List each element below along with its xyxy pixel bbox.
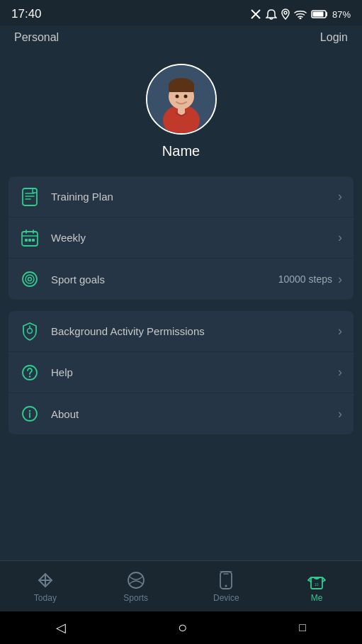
header: Personal Login <box>0 26 362 50</box>
home-button[interactable]: ○ <box>178 618 187 637</box>
bottom-nav: Today Sports Device <box>0 560 362 611</box>
menu-section-1: Training Plan › Weekly › S <box>9 176 353 300</box>
svg-point-1 <box>299 18 301 20</box>
nav-me[interactable]: 10 Me <box>271 570 362 603</box>
svg-point-24 <box>29 410 30 412</box>
svg-point-18 <box>26 275 34 283</box>
avatar-image <box>147 65 215 133</box>
svg-rect-9 <box>169 85 194 92</box>
sport-goals-item[interactable]: Sport goals 10000 steps › <box>9 259 353 300</box>
sports-icon <box>126 570 146 590</box>
training-plan-chevron: › <box>338 189 342 204</box>
sport-goals-label: Sport goals <box>51 273 278 286</box>
sport-goals-value: 10000 steps <box>278 273 332 285</box>
svg-text:10: 10 <box>315 582 319 587</box>
svg-rect-15 <box>28 239 31 242</box>
device-icon <box>216 570 236 590</box>
svg-rect-16 <box>32 239 35 242</box>
system-nav: ◁ ○ □ <box>0 611 362 644</box>
svg-point-19 <box>28 278 32 281</box>
svg-point-11 <box>183 95 187 98</box>
back-button[interactable]: ◁ <box>56 620 66 635</box>
help-label: Help <box>51 366 338 378</box>
header-personal-label: Personal <box>14 31 59 44</box>
svg-point-10 <box>175 95 179 98</box>
status-time: 17:40 <box>11 7 42 21</box>
target-icon <box>20 269 40 289</box>
help-item[interactable]: Help › <box>9 352 353 393</box>
menu-section-2: Background Activity Permissions › Help ›… <box>9 311 353 434</box>
sport-goals-chevron: › <box>338 272 342 287</box>
location-icon <box>281 9 290 20</box>
svg-rect-14 <box>25 239 28 242</box>
document-icon <box>20 187 40 207</box>
weekly-label: Weekly <box>51 232 338 244</box>
nav-today-label: Today <box>34 593 57 603</box>
status-bar: 17:40 87% <box>0 0 362 26</box>
status-icons: 87% <box>250 9 351 20</box>
wifi-icon <box>294 9 307 19</box>
battery-icon <box>311 9 328 19</box>
svg-point-31 <box>128 572 144 588</box>
today-icon <box>35 570 55 590</box>
nav-sports-label: Sports <box>123 593 148 603</box>
recents-button[interactable]: □ <box>299 621 306 634</box>
weekly-chevron: › <box>338 230 342 245</box>
svg-line-28 <box>39 580 45 587</box>
calendar-icon <box>20 228 40 248</box>
training-plan-label: Training Plan <box>51 191 338 203</box>
svg-rect-3 <box>312 12 323 17</box>
info-icon <box>20 404 40 424</box>
svg-line-27 <box>45 580 52 587</box>
svg-line-26 <box>45 574 52 580</box>
svg-line-25 <box>39 574 45 580</box>
me-icon: 10 <box>307 570 327 590</box>
nav-me-label: Me <box>311 593 323 603</box>
profile-name: Name <box>162 143 200 159</box>
svg-rect-12 <box>23 188 37 205</box>
training-plan-item[interactable]: Training Plan › <box>9 176 353 218</box>
question-icon <box>20 363 40 383</box>
background-activity-chevron: › <box>338 324 342 339</box>
about-label: About <box>51 408 338 420</box>
help-chevron: › <box>338 365 342 380</box>
background-activity-item[interactable]: Background Activity Permissions › <box>9 311 353 352</box>
battery-percent: 87% <box>332 9 351 20</box>
profile-section: Name <box>0 50 362 176</box>
login-button[interactable]: Login <box>320 31 348 44</box>
svg-point-22 <box>29 375 30 377</box>
weekly-item[interactable]: Weekly › <box>9 218 353 259</box>
notification-icon <box>266 9 277 20</box>
crossed-arrows-icon <box>250 9 261 20</box>
shield-icon <box>20 322 40 341</box>
nav-today[interactable]: Today <box>0 570 91 603</box>
nav-device-label: Device <box>213 593 239 603</box>
about-item[interactable]: About › <box>9 393 353 434</box>
about-chevron: › <box>338 407 342 422</box>
svg-point-20 <box>28 328 33 333</box>
svg-point-33 <box>225 584 227 587</box>
nav-sports[interactable]: Sports <box>91 570 181 603</box>
svg-point-0 <box>284 11 287 14</box>
svg-point-17 <box>23 272 37 286</box>
nav-device[interactable]: Device <box>181 570 272 603</box>
background-activity-label: Background Activity Permissions <box>51 325 338 337</box>
avatar[interactable] <box>146 64 217 135</box>
